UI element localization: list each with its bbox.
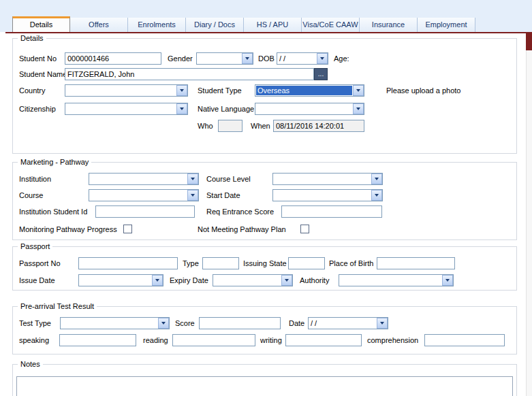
institution-student-id-input[interactable] bbox=[95, 205, 195, 218]
place-of-birth-label: Place of Birth bbox=[329, 259, 373, 267]
gender-combobox[interactable] bbox=[196, 52, 253, 65]
chevron-down-icon bbox=[180, 108, 184, 110]
tab-visa-coe-caaw[interactable]: Visa/CoE CAAW bbox=[302, 18, 360, 32]
expiry-date-combobox[interactable] bbox=[213, 274, 293, 286]
scrollbar-thumb[interactable] bbox=[526, 33, 532, 50]
student-name-browse-button[interactable]: ... bbox=[314, 68, 328, 80]
chevron-down-icon bbox=[191, 178, 195, 180]
reading-input[interactable] bbox=[172, 334, 255, 346]
issuing-state-input[interactable] bbox=[288, 257, 325, 269]
test-type-label: Test Type bbox=[19, 319, 51, 327]
dropdown-button[interactable] bbox=[176, 85, 187, 96]
writing-input[interactable] bbox=[285, 334, 362, 346]
req-entrance-score-label: Req Entrance Score bbox=[206, 208, 274, 216]
test-date-value: / / bbox=[311, 319, 375, 327]
dropdown-button[interactable] bbox=[158, 318, 169, 329]
passport-type-input[interactable] bbox=[202, 257, 239, 269]
dropdown-button[interactable] bbox=[377, 318, 388, 329]
chevron-down-icon bbox=[356, 89, 360, 92]
dropdown-button[interactable] bbox=[242, 53, 253, 64]
chevron-down-icon bbox=[375, 194, 379, 197]
student-type-value: Overseas bbox=[256, 86, 352, 95]
dob-label: DOB bbox=[258, 54, 275, 63]
score-label: Score bbox=[175, 319, 195, 327]
tab-employment[interactable]: Employment bbox=[418, 18, 475, 32]
native-language-combobox[interactable] bbox=[255, 103, 364, 115]
native-language-label: Native Language bbox=[198, 105, 254, 113]
start-date-combobox[interactable] bbox=[272, 189, 383, 201]
institution-combobox[interactable] bbox=[89, 173, 199, 185]
passport-legend: Passport bbox=[18, 242, 52, 250]
tab-bar: Details Offers Enrolments Diary / Docs H… bbox=[12, 18, 475, 32]
tab-diary-docs[interactable]: Diary / Docs bbox=[186, 18, 244, 32]
place-of-birth-input[interactable] bbox=[377, 257, 455, 269]
tab-offers[interactable]: Offers bbox=[70, 18, 128, 32]
test-date-combobox[interactable]: / / bbox=[308, 317, 388, 329]
chevron-down-icon bbox=[161, 322, 166, 325]
passport-no-input[interactable] bbox=[78, 257, 178, 269]
chevron-down-icon bbox=[320, 57, 324, 60]
chevron-down-icon bbox=[155, 279, 159, 282]
student-no-input[interactable] bbox=[65, 52, 161, 65]
chevron-down-icon bbox=[191, 194, 195, 197]
dropdown-button[interactable] bbox=[442, 275, 453, 286]
student-type-combobox[interactable]: Overseas bbox=[255, 84, 364, 97]
photo-upload-hint: Please upload a photo bbox=[386, 86, 460, 95]
citizenship-combobox[interactable] bbox=[65, 103, 188, 115]
dropdown-button[interactable] bbox=[176, 103, 187, 114]
issue-date-combobox[interactable] bbox=[78, 274, 163, 286]
monitoring-pathway-progress-label: Monitoring Pathway Progress bbox=[19, 225, 117, 233]
authority-label: Authority bbox=[300, 276, 329, 284]
course-combobox[interactable] bbox=[89, 189, 199, 201]
scrollbar-track[interactable] bbox=[526, 33, 532, 396]
authority-combobox[interactable] bbox=[339, 274, 454, 286]
req-entrance-score-input[interactable] bbox=[281, 205, 382, 218]
not-meeting-pathway-plan-label: Not Meeting Pathway Plan bbox=[198, 225, 286, 233]
not-meeting-pathway-plan-checkbox[interactable] bbox=[300, 225, 309, 233]
speaking-input[interactable] bbox=[59, 334, 136, 346]
dropdown-button[interactable] bbox=[317, 53, 328, 64]
test-type-combobox[interactable] bbox=[60, 317, 170, 329]
pre-arrival-group bbox=[12, 306, 517, 354]
dropdown-button[interactable] bbox=[353, 85, 364, 96]
tab-details[interactable]: Details bbox=[12, 16, 70, 32]
country-label: Country bbox=[19, 86, 46, 95]
tab-enrolments[interactable]: Enrolments bbox=[128, 18, 186, 32]
tab-hs-apu[interactable]: HS / APU bbox=[244, 18, 302, 32]
chevron-down-icon bbox=[375, 178, 379, 180]
speaking-label: speaking bbox=[19, 336, 49, 344]
chevron-down-icon bbox=[445, 279, 450, 282]
tab-insurance[interactable]: Insurance bbox=[360, 18, 418, 32]
comprehension-label: comprehension bbox=[367, 336, 418, 344]
reading-label: reading bbox=[143, 336, 168, 344]
marketing-pathway-legend: Marketing - Pathway bbox=[18, 158, 91, 166]
country-combobox[interactable] bbox=[65, 84, 188, 97]
comprehension-input[interactable] bbox=[424, 334, 505, 346]
score-input[interactable] bbox=[199, 317, 281, 329]
dropdown-button[interactable] bbox=[371, 190, 382, 201]
monitoring-pathway-progress-checkbox[interactable] bbox=[123, 225, 132, 233]
course-label: Course bbox=[19, 191, 43, 199]
pre-arrival-legend: Pre-arrival Test Result bbox=[18, 302, 97, 310]
chevron-down-icon bbox=[285, 279, 289, 282]
student-name-label: Student Name bbox=[19, 70, 67, 78]
who-label: Who bbox=[198, 122, 213, 130]
gender-label: Gender bbox=[168, 54, 193, 63]
notes-legend: Notes bbox=[18, 360, 43, 368]
dropdown-button[interactable] bbox=[371, 174, 382, 184]
notes-textarea[interactable] bbox=[16, 376, 513, 396]
tab-bar-underline bbox=[5, 32, 532, 33]
dropdown-button[interactable] bbox=[353, 103, 364, 114]
passport-type-label: Type bbox=[183, 259, 199, 267]
student-name-input[interactable] bbox=[65, 68, 314, 80]
chevron-down-icon bbox=[380, 322, 384, 325]
who-field bbox=[218, 120, 242, 132]
dropdown-button[interactable] bbox=[187, 190, 198, 201]
dropdown-button[interactable] bbox=[187, 174, 198, 184]
dropdown-button[interactable] bbox=[152, 275, 163, 286]
dropdown-button[interactable] bbox=[281, 275, 292, 286]
expiry-date-label: Expiry Date bbox=[170, 276, 208, 284]
dob-combobox[interactable]: / / bbox=[277, 52, 328, 65]
details-group-legend: Details bbox=[18, 34, 46, 42]
course-level-combobox[interactable] bbox=[272, 173, 383, 185]
